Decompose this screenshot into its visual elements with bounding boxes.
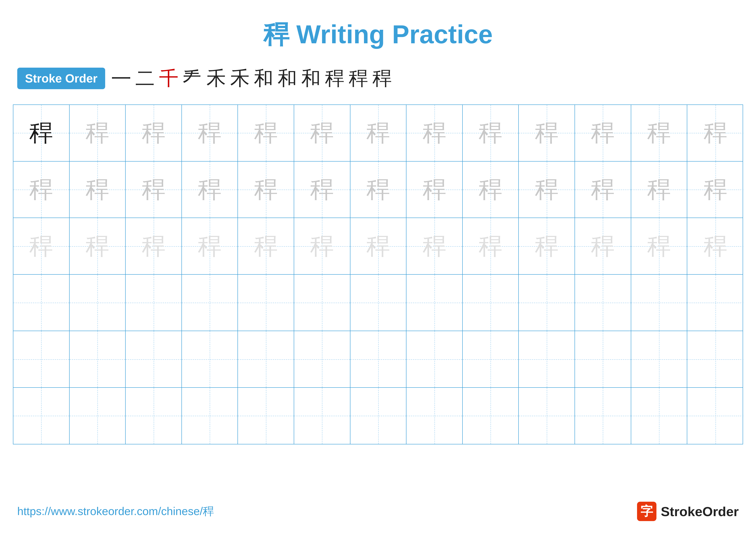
char-guide-2-10: 稈 [591, 234, 615, 258]
char-guide-2-7: 稈 [422, 234, 446, 258]
grid-cell-5-9[interactable] [519, 388, 575, 444]
grid-cell-0-3[interactable]: 稈 [182, 105, 238, 161]
grid-cell-4-3[interactable] [182, 331, 238, 387]
grid-cell-1-4[interactable]: 稈 [238, 162, 294, 218]
grid-cell-5-1[interactable] [69, 388, 126, 444]
grid-cell-5-11[interactable] [631, 388, 688, 444]
grid-cell-3-9[interactable] [519, 275, 575, 331]
grid-cell-2-7[interactable]: 稈 [406, 218, 463, 274]
footer-url: https://www.strokeorder.com/chinese/稈 [17, 504, 214, 519]
grid-cell-0-11[interactable]: 稈 [631, 105, 688, 161]
grid-cell-2-11[interactable]: 稈 [631, 218, 688, 274]
grid-cell-4-4[interactable] [238, 331, 294, 387]
grid-row-1[interactable]: 稈稈稈稈稈稈稈稈稈稈稈稈稈 [14, 162, 742, 218]
grid-cell-4-12[interactable] [687, 331, 743, 387]
grid-cell-5-2[interactable] [126, 388, 182, 444]
grid-cell-2-4[interactable]: 稈 [238, 218, 294, 274]
grid-cell-5-3[interactable] [182, 388, 238, 444]
char-guide-0-1: 稈 [86, 121, 109, 145]
char-guide-2-0: 稈 [29, 234, 53, 258]
grid-cell-3-5[interactable] [294, 275, 350, 331]
grid-cell-1-9[interactable]: 稈 [519, 162, 575, 218]
grid-cell-2-2[interactable]: 稈 [126, 218, 182, 274]
grid-cell-3-8[interactable] [463, 275, 519, 331]
grid-cell-1-2[interactable]: 稈 [126, 162, 182, 218]
grid-row-4[interactable] [14, 331, 742, 388]
grid-cell-4-0[interactable] [14, 331, 69, 387]
grid-cell-2-0[interactable]: 稈 [14, 218, 69, 274]
grid-cell-3-0[interactable] [14, 275, 69, 331]
grid-cell-0-1[interactable]: 稈 [69, 105, 126, 161]
grid-cell-3-11[interactable] [631, 275, 688, 331]
grid-cell-2-10[interactable]: 稈 [575, 218, 631, 274]
char-guide-2-11: 稈 [647, 234, 671, 258]
grid-cell-5-7[interactable] [406, 388, 463, 444]
grid-row-3[interactable] [14, 275, 742, 331]
stroke-step-6: 和 [254, 65, 273, 91]
grid-cell-5-4[interactable] [238, 388, 294, 444]
grid-cell-0-8[interactable]: 稈 [463, 105, 519, 161]
grid-cell-0-2[interactable]: 稈 [126, 105, 182, 161]
char-guide-1-1: 稈 [86, 178, 109, 201]
grid-cell-0-9[interactable]: 稈 [519, 105, 575, 161]
grid-cell-2-5[interactable]: 稈 [294, 218, 350, 274]
grid-cell-3-2[interactable] [126, 275, 182, 331]
grid-cell-1-0[interactable]: 稈 [14, 162, 69, 218]
char-guide-0-5: 稈 [310, 121, 334, 145]
grid-cell-3-4[interactable] [238, 275, 294, 331]
grid-cell-4-5[interactable] [294, 331, 350, 387]
grid-cell-4-9[interactable] [519, 331, 575, 387]
grid-cell-5-5[interactable] [294, 388, 350, 444]
grid-cell-0-6[interactable]: 稈 [350, 105, 407, 161]
grid-cell-2-9[interactable]: 稈 [519, 218, 575, 274]
grid-cell-0-10[interactable]: 稈 [575, 105, 631, 161]
grid-cell-4-6[interactable] [350, 331, 407, 387]
grid-cell-1-8[interactable]: 稈 [463, 162, 519, 218]
page-title: 稈 Writing Practice [0, 0, 756, 61]
grid-cell-2-8[interactable]: 稈 [463, 218, 519, 274]
grid-cell-5-0[interactable] [14, 388, 69, 444]
char-guide-1-9: 稈 [535, 178, 558, 201]
grid-cell-1-1[interactable]: 稈 [69, 162, 126, 218]
grid-cell-4-2[interactable] [126, 331, 182, 387]
grid-cell-5-8[interactable] [463, 388, 519, 444]
grid-cell-0-7[interactable]: 稈 [406, 105, 463, 161]
grid-cell-0-4[interactable]: 稈 [238, 105, 294, 161]
grid-cell-4-1[interactable] [69, 331, 126, 387]
grid-cell-1-3[interactable]: 稈 [182, 162, 238, 218]
grid-cell-3-7[interactable] [406, 275, 463, 331]
grid-cell-1-7[interactable]: 稈 [406, 162, 463, 218]
grid-cell-1-10[interactable]: 稈 [575, 162, 631, 218]
grid-cell-3-6[interactable] [350, 275, 407, 331]
grid-cell-3-3[interactable] [182, 275, 238, 331]
grid-cell-1-6[interactable]: 稈 [350, 162, 407, 218]
grid-cell-2-1[interactable]: 稈 [69, 218, 126, 274]
grid-cell-3-10[interactable] [575, 275, 631, 331]
grid-row-0[interactable]: 稈稈稈稈稈稈稈稈稈稈稈稈稈 [14, 105, 742, 162]
grid-cell-4-10[interactable] [575, 331, 631, 387]
grid-cell-4-7[interactable] [406, 331, 463, 387]
grid-cell-2-12[interactable]: 稈 [687, 218, 743, 274]
grid-cell-3-1[interactable] [69, 275, 126, 331]
grid-cell-4-11[interactable] [631, 331, 688, 387]
grid-cell-0-0[interactable]: 稈 [14, 105, 69, 161]
grid-cell-5-6[interactable] [350, 388, 407, 444]
grid-row-2[interactable]: 稈稈稈稈稈稈稈稈稈稈稈稈稈 [14, 218, 742, 275]
char-guide-0-10: 稈 [591, 121, 615, 145]
char-guide-2-6: 稈 [366, 234, 390, 258]
grid-cell-0-5[interactable]: 稈 [294, 105, 350, 161]
grid-cell-1-11[interactable]: 稈 [631, 162, 688, 218]
char-guide-2-8: 稈 [479, 234, 502, 258]
char-guide-1-11: 稈 [647, 178, 671, 201]
grid-cell-5-12[interactable] [687, 388, 743, 444]
char-guide-0-4: 稈 [254, 121, 278, 145]
grid-cell-1-12[interactable]: 稈 [687, 162, 743, 218]
grid-cell-3-12[interactable] [687, 275, 743, 331]
grid-cell-5-10[interactable] [575, 388, 631, 444]
grid-cell-2-6[interactable]: 稈 [350, 218, 407, 274]
grid-cell-0-12[interactable]: 稈 [687, 105, 743, 161]
grid-cell-2-3[interactable]: 稈 [182, 218, 238, 274]
grid-row-5[interactable] [14, 388, 742, 444]
grid-cell-4-8[interactable] [463, 331, 519, 387]
grid-cell-1-5[interactable]: 稈 [294, 162, 350, 218]
